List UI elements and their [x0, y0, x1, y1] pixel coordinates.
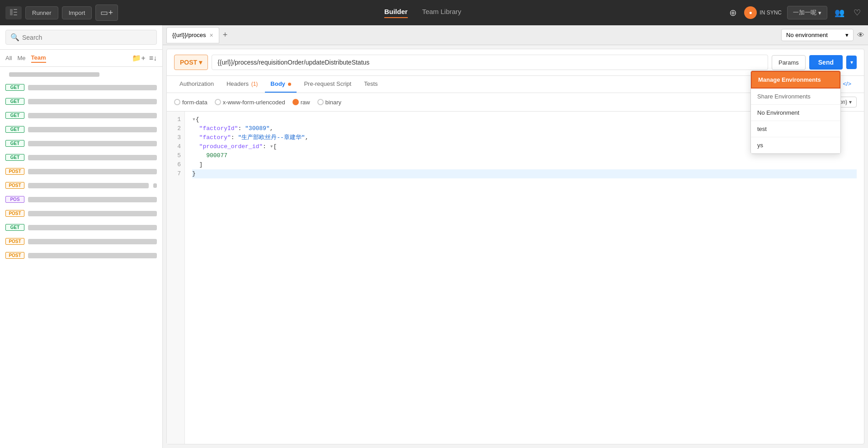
runner-button[interactable]: Runner	[25, 6, 58, 19]
sidebar-tab-all[interactable]: All	[5, 55, 12, 61]
list-item[interactable]: POST	[0, 248, 162, 262]
user-menu-button[interactable]: 一加一呢 ▾	[787, 6, 827, 19]
list-item[interactable]: GET	[0, 94, 162, 108]
subtab-tests[interactable]: Tests	[359, 76, 383, 93]
method-badge-get: GET	[5, 140, 24, 147]
no-environment-item[interactable]: No Environment	[751, 105, 840, 121]
request-tab[interactable]: {{url}}/proces ×	[166, 27, 219, 43]
tabs-bar: {{url}}/proces × + No environment ▾ 👁	[163, 25, 868, 45]
svg-rect-3	[14, 14, 17, 15]
method-label: POST	[180, 59, 197, 66]
manage-environments-item[interactable]: Manage Environments	[751, 71, 840, 89]
method-badge-pos: POS	[5, 196, 24, 203]
sidebar-tab-team[interactable]: Team	[31, 53, 46, 63]
subtab-headers[interactable]: Headers (1)	[221, 76, 263, 93]
request-tab-label: {{url}}/proces	[172, 32, 206, 38]
sidebar-toggle-button[interactable]	[5, 6, 22, 19]
chevron-down-icon: ▾	[845, 32, 849, 38]
method-badge-post: POST	[5, 182, 24, 189]
method-badge-get: GET	[5, 112, 24, 119]
params-button[interactable]: Params	[772, 55, 806, 70]
content-area: {{url}}/proces × + No environment ▾ 👁	[163, 25, 868, 448]
env-dropdown: Manage Environments Share Environments N…	[750, 70, 841, 154]
list-item[interactable]: POS	[0, 192, 162, 206]
method-badge-post: POST	[5, 168, 24, 175]
list-item[interactable]: GET	[0, 80, 162, 94]
list-item[interactable]: GET	[0, 150, 162, 164]
search-input[interactable]	[22, 34, 152, 41]
list-item[interactable]: POST	[0, 206, 162, 220]
urlencoded-radio	[215, 99, 221, 105]
list-item[interactable]: GET	[0, 220, 162, 234]
new-button[interactable]: ▭+	[95, 5, 118, 21]
body-urlencoded-option[interactable]: x-www-form-urlencoded	[215, 99, 285, 106]
import-button[interactable]: Import	[62, 6, 92, 19]
sidebar-tab-me[interactable]: Me	[17, 55, 25, 61]
method-badge-get: GET	[5, 126, 24, 133]
sidebar-list: GET GET GET GET GET GET	[0, 67, 162, 448]
code-content[interactable]: ▾{ "factoryId": "30089", "factory": "生产部…	[185, 112, 864, 444]
method-badge-post: POST	[5, 238, 24, 245]
method-select-button[interactable]: POST ▾	[174, 55, 208, 70]
json-type-chevron-icon: ▾	[849, 99, 852, 105]
list-item[interactable]: POST	[0, 234, 162, 248]
subtab-prerequest[interactable]: Pre-request Script	[298, 76, 357, 93]
list-item[interactable]: GET	[0, 122, 162, 136]
search-icon: 🔍	[10, 33, 19, 42]
sort-button[interactable]: ≡↓	[149, 54, 157, 62]
top-bar: Runner Import ▭+ Builder Team Library ⊕ …	[0, 0, 868, 25]
test-environment-item[interactable]: test	[751, 121, 840, 137]
method-badge-get: GET	[5, 84, 24, 91]
heart-icon[interactable]: ♡	[852, 6, 863, 19]
list-item[interactable]: POST	[0, 178, 162, 192]
binary-radio	[317, 99, 324, 105]
tab-team-library[interactable]: Team Library	[422, 8, 462, 18]
close-tab-button[interactable]: ×	[209, 32, 213, 39]
sync-status: IN SYNC	[760, 9, 782, 16]
eye-button[interactable]: 👁	[857, 31, 864, 39]
list-item[interactable]: GET	[0, 108, 162, 122]
list-item[interactable]: POST	[0, 164, 162, 178]
environment-select-button[interactable]: No environment ▾	[781, 29, 854, 41]
team-icon[interactable]: 👥	[833, 6, 846, 19]
subtab-body[interactable]: Body	[265, 76, 297, 93]
send-button[interactable]: Send	[809, 55, 843, 70]
list-item[interactable]	[0, 69, 162, 80]
method-badge-get: GET	[5, 224, 24, 231]
sidebar-search-area: 🔍	[0, 25, 162, 50]
send-dropdown-button[interactable]: ▾	[846, 56, 857, 69]
tab-builder[interactable]: Builder	[384, 8, 408, 18]
list-item[interactable]: GET	[0, 136, 162, 150]
form-data-radio	[174, 99, 180, 105]
satellites-icon[interactable]: ⊕	[727, 5, 739, 20]
sidebar: 🔍 All Me Team 📁+ ≡↓ GET GET	[0, 25, 163, 448]
svg-rect-0	[10, 9, 13, 15]
method-chevron-icon: ▾	[199, 59, 202, 66]
raw-radio	[292, 99, 299, 105]
line-numbers: 1 2 3 4 5 6 7	[167, 112, 185, 444]
subtab-authorization[interactable]: Authorization	[174, 76, 219, 93]
ys-environment-item[interactable]: ys	[751, 137, 840, 154]
env-label: No environment	[786, 32, 828, 38]
body-active-dot	[288, 83, 291, 86]
add-tab-button[interactable]: +	[221, 28, 230, 42]
svg-rect-1	[14, 9, 17, 10]
method-badge-post: POST	[5, 252, 24, 259]
sync-icon: ●	[744, 6, 757, 19]
svg-rect-2	[14, 12, 17, 13]
method-badge-get: GET	[5, 154, 24, 161]
share-environments-item[interactable]: Share Environments	[751, 89, 840, 105]
body-form-data-option[interactable]: form-data	[174, 99, 208, 106]
sidebar-tab-bar: All Me Team 📁+ ≡↓	[0, 50, 162, 67]
new-folder-button[interactable]: 📁+	[132, 54, 145, 62]
method-badge-post: POST	[5, 210, 24, 217]
body-binary-option[interactable]: binary	[317, 99, 341, 106]
url-input[interactable]	[212, 55, 768, 70]
code-editor[interactable]: 1 2 3 4 5 6 7 ▾{ "factoryId": "30089", "…	[167, 112, 864, 444]
body-raw-option[interactable]: raw	[292, 99, 310, 106]
method-badge-get: GET	[5, 98, 24, 105]
